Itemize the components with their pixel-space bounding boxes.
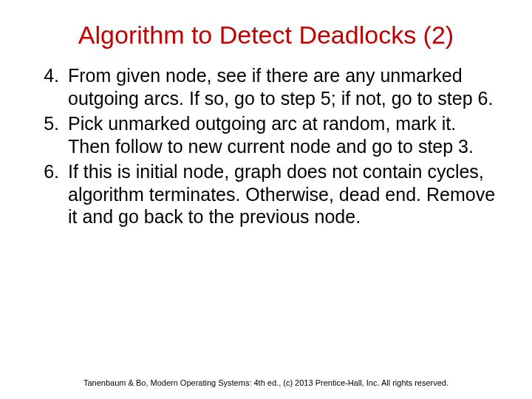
list-item: 5. Pick unmarked outgoing arc at random,… (33, 112, 499, 157)
list-item: 6. If this is initial node, graph does n… (33, 160, 499, 228)
algorithm-list: 4. From given node, see if there are any… (33, 64, 499, 228)
slide: Algorithm to Detect Deadlocks (2) 4. Fro… (0, 0, 532, 399)
item-text: From given node, see if there are any un… (68, 64, 499, 109)
item-text: If this is initial node, graph does not … (68, 160, 499, 228)
footer-citation: Tanenbaum & Bo, Modern Operating Systems… (0, 378, 532, 387)
item-number: 5. (33, 112, 68, 157)
slide-title: Algorithm to Detect Deadlocks (2) (33, 21, 499, 50)
item-number: 4. (33, 64, 68, 109)
item-text: Pick unmarked outgoing arc at random, ma… (68, 112, 499, 157)
list-item: 4. From given node, see if there are any… (33, 64, 499, 109)
item-number: 6. (33, 160, 68, 228)
